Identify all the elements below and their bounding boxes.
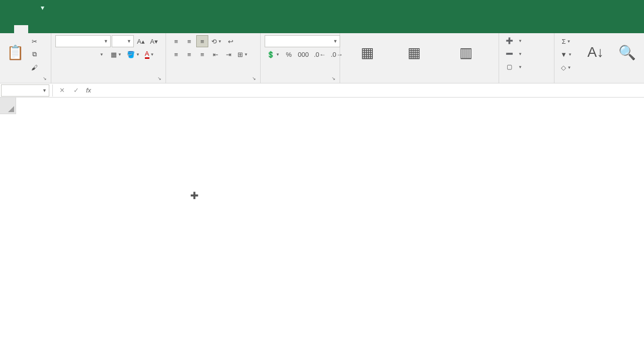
increase-decimal-button[interactable]: .0← [312,48,328,60]
align-middle-button[interactable]: ≡ [183,35,195,47]
group-cells: ➕ ▼ ➖ ▼ ▢ ▼ [499,33,554,83]
font-color-button[interactable]: A▼ [143,48,156,60]
group-editing-label [558,81,638,82]
tab-ueberpruefen[interactable] [85,25,99,33]
undo-button[interactable] [4,2,16,14]
borders-button[interactable]: ▦▼ [109,48,124,60]
clipboard-dialog-launcher[interactable]: ↘ [43,76,47,81]
group-clipboard-label: ↘ [4,81,47,82]
align-center-button[interactable]: ≡ [183,48,195,60]
group-font: ▼ ▼ A▴ A▾ ▼ ▦▼ 🪣▼ A▼ ↘ [51,33,166,83]
tab-einfuegen[interactable] [28,25,42,33]
italic-button[interactable] [68,48,80,60]
align-left-button[interactable]: ≡ [170,48,182,60]
format-painter-button[interactable]: 🖌 [28,61,40,73]
group-number: ▼ 💲▼ % 000 .0← .0→ ↘ [261,33,340,83]
tab-seitenlayout[interactable] [42,25,56,33]
chevron-down-icon: ▼ [127,39,131,44]
format-as-table-button[interactable]: ▦ [393,35,436,69]
ribbon-tabs [0,15,644,33]
copy-button[interactable]: ⧉ [28,48,40,60]
fill-button[interactable]: ▼▼ [558,48,574,60]
cond-format-icon: ▦ [361,44,374,61]
quick-access-toolbar: ▾ [4,2,48,14]
tab-formeln[interactable] [56,25,70,33]
ribbon: 📋 ✂ ⧉ 🖌 ↘ ▼ ▼ [0,33,644,83]
sort-filter-button[interactable]: A↓ [576,35,615,69]
cancel-formula-button[interactable]: ✕ [55,84,69,97]
fill-color-button[interactable]: 🪣▼ [125,48,142,60]
clear-button[interactable]: ◇▼ [558,61,574,73]
underline-button[interactable] [82,48,94,60]
table-icon: ▦ [408,44,421,61]
group-styles: ▦ ▦ ▥ [340,33,499,83]
confirm-formula-button[interactable]: ✓ [69,84,83,97]
group-editing: Σ▼ ▼▼ ◇▼ A↓ 🔍 [554,33,642,83]
group-cells-label [503,81,550,82]
chevron-down-icon: ▼ [333,39,338,44]
group-alignment: ≡ ≡ ≡ ⟲▼ ↩ ≡ ≡ ≡ ⇤ ⇥ ⊞▼ ↘ [166,33,261,83]
conditional-formatting-button[interactable]: ▦ [344,35,391,69]
comma-format-button[interactable]: 000 [296,48,311,60]
qat-customize[interactable]: ▾ [36,2,48,14]
wrap-text-button[interactable]: ↩ [225,35,237,47]
tab-datei[interactable] [0,25,14,33]
font-size-combo[interactable]: ▼ [112,35,134,47]
increase-indent-button[interactable]: ⇥ [222,48,234,60]
number-dialog-launcher[interactable]: ↘ [332,76,336,81]
delete-cells-button[interactable]: ➖ ▼ [503,48,524,59]
group-clipboard: 📋 ✂ ⧉ 🖌 ↘ [0,33,51,83]
cell-styles-icon: ▥ [459,44,472,61]
ribbon-right-cutoff [637,25,644,33]
paste-button[interactable]: 📋 [4,35,26,69]
alignment-dialog-launcher[interactable]: ↘ [252,76,256,81]
find-icon: 🔍 [618,44,636,61]
accounting-format-button[interactable]: 💲▼ [265,48,282,60]
clipboard-icon: 📋 [7,44,24,61]
bold-button[interactable] [55,48,67,60]
group-alignment-label: ↘ [170,81,256,82]
number-format-combo[interactable]: ▼ [265,35,340,47]
tab-start[interactable] [14,25,28,33]
group-styles-label [344,81,495,82]
cut-button[interactable]: ✂ [28,35,40,47]
formula-input[interactable] [94,84,644,97]
redo-button[interactable] [20,2,32,14]
insert-cells-button[interactable]: ➕ ▼ [503,35,524,46]
sort-icon: A↓ [587,44,604,60]
align-top-button[interactable]: ≡ [170,35,182,47]
autosum-button[interactable]: Σ▼ [558,35,574,47]
increase-font-button[interactable]: A▴ [135,35,147,47]
underline-arrow[interactable]: ▼ [96,48,108,60]
orientation-button[interactable]: ⟲▼ [209,35,224,47]
tab-daten[interactable] [70,25,85,33]
align-bottom-button[interactable]: ≡ [196,35,208,47]
formula-bar: ▼ ✕ ✓ fx [0,83,644,98]
group-number-label: ↘ [265,81,336,82]
group-font-label: ↘ [55,81,162,82]
font-dialog-launcher[interactable]: ↘ [157,76,162,81]
insert-cells-icon: ➕ [505,37,513,45]
title-bar: ▾ [0,0,644,15]
align-right-button[interactable]: ≡ [196,48,208,60]
merge-cells-button[interactable]: ⊞▼ [235,48,250,60]
decrease-font-button[interactable]: A▾ [148,35,160,47]
format-cells-button[interactable]: ▢ ▼ [503,61,524,72]
decrease-indent-button[interactable]: ⇤ [209,48,221,60]
delete-cells-icon: ➖ [505,50,513,58]
chevron-down-icon: ▼ [104,39,108,44]
fx-icon[interactable]: fx [83,86,94,94]
cell-cursor-icon: ✚ [190,190,199,202]
name-box[interactable]: ▼ [1,84,49,97]
select-all-button[interactable] [0,98,16,114]
find-select-button[interactable]: 🔍 [617,35,637,69]
tab-ansicht[interactable] [99,25,113,33]
cell-styles-button[interactable]: ▥ [438,35,495,69]
chevron-down-icon: ▼ [42,88,47,93]
percent-format-button[interactable]: % [283,48,295,60]
font-name-combo[interactable]: ▼ [55,35,111,47]
format-cells-icon: ▢ [505,63,513,71]
